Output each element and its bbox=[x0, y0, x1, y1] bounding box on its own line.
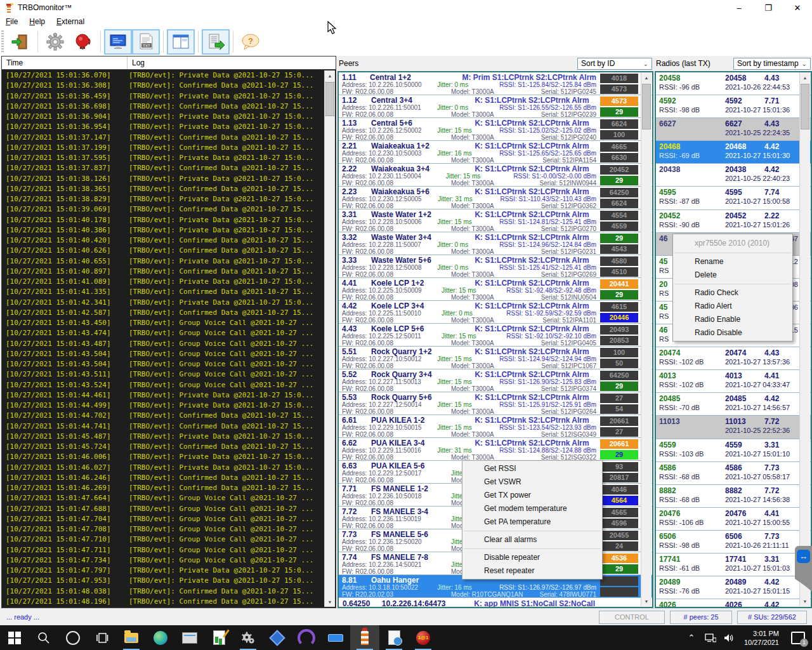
radio-row[interactable]: 4592RSSI: -98 dB45927.712021-10-27 15:01… bbox=[656, 95, 811, 118]
peers-scroll-thumb[interactable] bbox=[642, 84, 651, 129]
log-row[interactable]: [10/27/2021 15:01:44.702][TRBO/evt]: Con… bbox=[6, 411, 324, 421]
radio-row[interactable]: 20476RSSI: -106 dB204764.412021-10-27 15… bbox=[656, 508, 811, 531]
peer-row[interactable]: 3.32Waste Water 3+4K: S1:LCPtrnk S2:LCPt… bbox=[339, 232, 652, 255]
log-row[interactable]: [10/27/2021 15:01:47.710][TRBO/evt]: Gro… bbox=[6, 535, 324, 545]
log-row[interactable]: [10/27/2021 15:01:40.178][TRBO/evt]: Pri… bbox=[6, 216, 324, 226]
radio-row[interactable]: 402640264.42 bbox=[656, 599, 811, 608]
search-button[interactable] bbox=[29, 625, 58, 650]
peer-row[interactable]: 1.11Central 1+2M: Prim S1:LCPtrnk S2:LCP… bbox=[339, 72, 652, 95]
peer-row[interactable]: 1.12Central 3+4K: S1:LCPtrnk S2:LCPtrnk … bbox=[339, 95, 652, 118]
txt-log-icon[interactable]: TXT bbox=[132, 29, 160, 55]
log-row[interactable]: [10/27/2021 15:01:47.708][TRBO/evt]: Gro… bbox=[6, 525, 324, 535]
radio-row[interactable]: 20452RSSI: -90 dB204522.222021-10-27 15:… bbox=[656, 210, 811, 233]
log-row[interactable]: [10/27/2021 15:01:46.027][TRBO/evt]: Pri… bbox=[6, 463, 324, 474]
context-menu-item-get-vswr[interactable]: Get VSWR bbox=[462, 475, 602, 489]
log-row[interactable]: [10/27/2021 15:01:46.006][TRBO/evt]: Pri… bbox=[6, 453, 324, 463]
volume-icon[interactable] bbox=[720, 633, 739, 643]
log-row[interactable]: [10/27/2021 15:01:43.487][TRBO/evt]: Gro… bbox=[6, 340, 324, 350]
scroll-up-icon[interactable]: ▲ bbox=[325, 70, 335, 81]
log-row[interactable]: [10/27/2021 15:01:36.459][TRBO/evt]: Pri… bbox=[6, 92, 324, 102]
context-menu-item-get-pa-temperature[interactable]: Get PA temperature bbox=[462, 515, 602, 529]
radio-row[interactable]: 6506RSSI: -98 dB65067.732021-10-26 21:11… bbox=[656, 531, 811, 554]
log-row[interactable]: [10/27/2021 15:01:37.147][TRBO/evt]: Con… bbox=[6, 133, 324, 143]
scroll-up-icon[interactable]: ▲ bbox=[641, 72, 652, 83]
device-app-button[interactable] bbox=[321, 625, 350, 650]
log-row[interactable]: [10/27/2021 15:01:47.711][TRBO/evt]: Gro… bbox=[6, 546, 324, 556]
menu-file[interactable]: File bbox=[0, 16, 23, 27]
peer-row[interactable]: 2.23Waiakeakua 5+6K: S1:LCPtrnk S2:LCPtr… bbox=[339, 187, 652, 209]
tray-expand-chevron[interactable]: ⌃ bbox=[682, 633, 701, 642]
scroll-down-icon[interactable]: ▼ bbox=[325, 597, 335, 607]
peer-row[interactable]: 4.42Koele LCP 3+4K: S1:LCPtrnk S2:LCPtrn… bbox=[339, 301, 652, 324]
help-balloon-icon[interactable]: ? bbox=[237, 29, 265, 55]
log-row[interactable]: [10/27/2021 15:01:43.450][TRBO/evt]: Gro… bbox=[6, 319, 324, 329]
log-row[interactable]: [10/27/2021 15:01:36.904][TRBO/evt]: Pri… bbox=[6, 112, 324, 123]
split-view-icon[interactable] bbox=[167, 29, 195, 55]
log-row[interactable]: [10/27/2021 15:01:47.704][TRBO/evt]: Gro… bbox=[6, 515, 324, 525]
menu-help[interactable]: Help bbox=[23, 16, 51, 27]
menu-external[interactable]: External bbox=[51, 16, 90, 27]
close-button[interactable]: ✕ bbox=[783, 0, 812, 15]
radios-scrollbar[interactable]: ▲ ▼ bbox=[799, 72, 810, 606]
log-row[interactable]: [10/27/2021 15:01:46.269][TRBO/evt]: Con… bbox=[6, 484, 324, 494]
system-monitor-button[interactable] bbox=[175, 625, 204, 650]
minimize-button[interactable]: – bbox=[724, 0, 754, 15]
radio-row[interactable]: 4586RSSI: -68 dB45867.732021-10-27 05:58… bbox=[656, 462, 811, 485]
log-row[interactable]: [10/27/2021 15:01:41.335][TRBO/evt]: Con… bbox=[6, 288, 324, 298]
scroll-up-icon[interactable]: ▲ bbox=[800, 72, 810, 83]
peers-scrollbar[interactable]: ▲ ▼ bbox=[641, 72, 652, 606]
scroll-down-icon[interactable]: ▼ bbox=[641, 596, 652, 606]
log-row[interactable]: [10/27/2021 15:01:40.386][TRBO/evt]: Pri… bbox=[6, 226, 324, 236]
task-view-button[interactable] bbox=[88, 625, 117, 650]
radio-row[interactable]: 20485RSSI: -70 dB204854.422021-10-27 14:… bbox=[656, 393, 811, 416]
radio-row[interactable]: 17741RSSI: -61 dB177413.312021-10-27 15:… bbox=[656, 554, 811, 576]
log-row[interactable]: [10/27/2021 15:01:36.954][TRBO/evt]: Pri… bbox=[6, 123, 324, 133]
peer-row[interactable]: 5.53Rock Quarry 5+6K: S1:LCPtrnk S2:LCPt… bbox=[339, 392, 652, 415]
peer-row[interactable]: 4.41Koele LCP 1+2K: S1:LCPtrnk S2:LCPtrn… bbox=[339, 278, 652, 301]
context-menu-item-radio-enable[interactable]: Radio Enable bbox=[673, 313, 792, 326]
log-row[interactable]: [10/27/2021 15:01:36.698][TRBO/evt]: Con… bbox=[6, 102, 324, 112]
radio-row[interactable]: 4559RSSI: -103 dB45593.312021-10-27 15:0… bbox=[656, 439, 811, 462]
exit-door-icon[interactable] bbox=[6, 29, 34, 55]
log-row[interactable]: [10/27/2021 15:01:43.504][TRBO/evt]: Gro… bbox=[6, 350, 324, 360]
log-row[interactable]: [10/27/2021 15:01:47.688][TRBO/evt]: Gro… bbox=[6, 505, 324, 515]
log-column-log[interactable]: Log bbox=[127, 56, 336, 69]
log-column-time[interactable]: Time bbox=[2, 58, 127, 67]
radio-row[interactable]: 4013RSSI: -102 dB40134.412021-10-27 04:3… bbox=[656, 370, 811, 393]
scroll-down-icon[interactable]: ▼ bbox=[800, 596, 810, 606]
file-explorer-button[interactable] bbox=[117, 625, 146, 650]
peers-sort-dropdown[interactable]: Sort by ID⌄ bbox=[577, 58, 652, 70]
log-row[interactable]: [10/27/2021 15:01:43.474][TRBO/evt]: Gro… bbox=[6, 329, 324, 339]
settings-button[interactable] bbox=[233, 625, 263, 650]
log-scroll-thumb[interactable] bbox=[325, 82, 334, 116]
context-menu-item-rename[interactable]: Rename bbox=[673, 255, 792, 269]
log-scrollbar[interactable]: ▲ ▼ bbox=[324, 70, 335, 607]
settings-gear-icon[interactable] bbox=[41, 29, 69, 55]
radio-row[interactable]: 20438204384.422021-10-25 22:40:23 bbox=[656, 164, 811, 187]
radio-row[interactable]: 4595RSSI: -87 dB45957.742021-10-27 15:00… bbox=[656, 187, 811, 209]
taskbar-clock[interactable]: 3:01 PM 10/27/2021 bbox=[744, 629, 779, 647]
log-row[interactable]: [10/27/2021 15:01:45.724][TRBO/evt]: Con… bbox=[6, 442, 324, 453]
radio-row[interactable]: 20474RSSI: -102 dB204744.432021-10-27 13… bbox=[656, 347, 811, 370]
peer-row[interactable]: 5.51Rock Quarry 1+2K: S1:LCPtrnk S2:LCPt… bbox=[339, 347, 652, 369]
radio-row[interactable]: 8882RSSI: -68 dB88827.722021-10-27 14:56… bbox=[656, 485, 811, 508]
monitor-log-icon[interactable] bbox=[104, 29, 132, 55]
context-menu-item-get-tx-power[interactable]: Get TX power bbox=[462, 489, 602, 502]
start-button[interactable] bbox=[0, 625, 29, 650]
log-row[interactable]: [10/27/2021 15:01:38.365][TRBO/evt]: Con… bbox=[6, 185, 324, 195]
report-app-button[interactable] bbox=[204, 625, 233, 650]
log-row[interactable]: [10/27/2021 15:01:40.420][TRBO/evt]: Con… bbox=[6, 236, 324, 246]
radio-row[interactable]: 20489RSSI: -76 dB204894.422021-10-27 15:… bbox=[656, 576, 811, 599]
context-menu-item-get-modem-temperature[interactable]: Get modem temperature bbox=[462, 502, 602, 515]
log-row[interactable]: [10/27/2021 15:01:41.089][TRBO/evt]: Pri… bbox=[6, 277, 324, 288]
peer-row[interactable]: 5.52Rock Quarry 3+4K: S1:LCPtrnk S2:LCPt… bbox=[339, 369, 652, 392]
log-row[interactable]: [10/27/2021 15:01:47.734][TRBO/evt]: Gro… bbox=[6, 556, 324, 566]
log-row[interactable]: [10/27/2021 15:01:47.664][TRBO/evt]: Gro… bbox=[6, 494, 324, 504]
log-row[interactable]: [10/27/2021 15:01:37.837][TRBO/evt]: Con… bbox=[6, 164, 324, 174]
network-icon[interactable] bbox=[701, 633, 720, 643]
radio-row[interactable]: 20468RSSI: -69 dB204684.422021-10-27 15:… bbox=[656, 141, 811, 164]
peer-row[interactable]: 4.43Koele LCP 5+6K: S1:LCPtrnk S2:LCPtrn… bbox=[339, 324, 652, 347]
context-menu-item-disable-repeater[interactable]: Disable repeater bbox=[462, 551, 602, 564]
log-row[interactable]: [10/27/2021 15:01:48.038][TRBO/evt]: Con… bbox=[6, 587, 324, 597]
context-menu-item-radio-check[interactable]: Radio Check bbox=[673, 286, 792, 300]
